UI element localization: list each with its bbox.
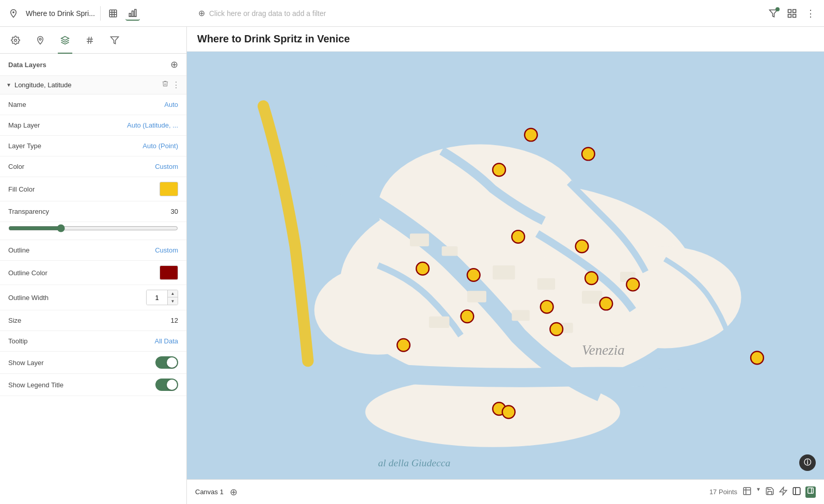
prop-size-label: Size (8, 317, 21, 324)
green-panel-icon[interactable] (805, 486, 816, 498)
svg-point-50 (541, 301, 553, 313)
svg-point-55 (502, 405, 515, 418)
main-content: Data Layers ⊕ ▼ Longitude, Latitude (0, 27, 824, 504)
tab-layers[interactable] (58, 33, 72, 48)
svg-point-39 (525, 129, 537, 141)
prop-outline-color-label: Outline Color (8, 269, 47, 277)
tab-filter[interactable] (107, 33, 122, 48)
prop-layer-type-label: Layer Type (8, 142, 41, 150)
prop-fill-color-label: Fill Color (8, 185, 35, 193)
svg-point-43 (576, 240, 589, 253)
prop-outline-color: Outline Color (0, 261, 186, 285)
svg-point-41 (493, 164, 505, 177)
svg-point-52 (397, 339, 410, 352)
layer-actions: ⋮ (162, 80, 180, 90)
layer-delete-icon[interactable] (162, 80, 169, 90)
svg-rect-33 (467, 291, 486, 302)
filter-placeholder: Click here or drag data to add a filter (209, 9, 326, 18)
svg-point-51 (550, 323, 563, 336)
add-layer-icon[interactable]: ⊕ (170, 59, 178, 70)
show-legend-title-knob (167, 380, 177, 390)
filter-add-icon: ⊕ (198, 8, 205, 18)
layer-name: Longitude, Latitude (14, 81, 162, 89)
table-view-icon[interactable] (742, 486, 752, 498)
chart-icon[interactable] (125, 6, 140, 21)
show-legend-title-toggle[interactable] (155, 379, 178, 391)
prop-name-value[interactable]: Auto (164, 101, 178, 108)
svg-rect-6 (129, 13, 131, 16)
outline-width-down[interactable]: ▼ (167, 297, 178, 305)
layer-collapse-icon[interactable]: ▼ (6, 82, 11, 88)
app-title: Where to Drink Spri... (26, 9, 95, 18)
outline-color-swatch[interactable] (160, 265, 178, 280)
layer-more-icon[interactable]: ⋮ (172, 80, 180, 90)
filter-badge-icon[interactable] (766, 6, 781, 21)
svg-line-19 (88, 37, 89, 44)
bottombar-right: 17 Points ▼ (709, 486, 816, 498)
svg-point-15 (39, 38, 41, 40)
prop-tooltip-label: Tooltip (8, 337, 28, 345)
outline-width-input[interactable]: 1 (147, 290, 167, 305)
prop-size-value: 12 (171, 317, 178, 324)
topbar-divider (100, 6, 101, 21)
sidebar-content: Data Layers ⊕ ▼ Longitude, Latitude (0, 54, 186, 504)
prop-fill-color: Fill Color (0, 177, 186, 201)
fill-color-swatch[interactable] (160, 182, 178, 196)
show-layer-toggle[interactable] (155, 356, 178, 369)
panel-toggle-icon[interactable] (792, 486, 801, 498)
tab-hash[interactable] (83, 33, 97, 48)
svg-point-40 (582, 148, 595, 161)
bottombar-actions: ▼ (742, 486, 816, 498)
outline-width-up[interactable]: ▲ (167, 290, 178, 297)
svg-rect-8 (135, 9, 136, 17)
prop-tooltip: Tooltip All Data (0, 331, 186, 352)
view-dropdown-icon[interactable]: ▼ (756, 486, 761, 498)
svg-text:Venezia: Venezia (582, 342, 625, 358)
prop-show-layer: Show Layer (0, 352, 186, 374)
svg-rect-1 (109, 10, 117, 17)
svg-point-45 (467, 269, 480, 281)
svg-rect-27 (410, 233, 429, 246)
more-menu-icon[interactable]: ⋮ (803, 6, 818, 21)
svg-point-53 (751, 352, 764, 365)
svg-rect-7 (132, 11, 133, 17)
tab-location[interactable] (33, 33, 47, 48)
grid-download-icon[interactable] (785, 6, 799, 21)
save-icon[interactable] (765, 486, 774, 498)
svg-line-20 (91, 37, 92, 44)
svg-marker-59 (780, 487, 787, 495)
svg-point-14 (14, 39, 17, 41)
prop-outline-value[interactable]: Custom (155, 246, 178, 254)
show-legend-title-toggle-container (155, 379, 178, 391)
svg-marker-16 (61, 36, 69, 40)
map-title: Where to Drink Spritz in Venice (187, 27, 824, 52)
add-canvas-icon[interactable]: ⊕ (230, 486, 237, 498)
prop-name: Name Auto (0, 94, 186, 115)
prop-map-layer-label: Map Layer (8, 121, 40, 129)
map-container[interactable]: Venezia al della Giudecca (187, 52, 824, 479)
sidebar-bottom-padding (0, 396, 186, 437)
tab-settings[interactable] (8, 33, 23, 48)
svg-rect-28 (442, 246, 458, 256)
svg-point-25 (314, 265, 442, 355)
topbar: Where to Drink Spri... ⊕ Click here or (0, 0, 824, 27)
prop-color-label: Color (8, 163, 24, 170)
filter-bar[interactable]: ⊕ Click here or drag data to add a filte… (198, 8, 760, 18)
sidebar-tabs (0, 27, 186, 54)
svg-rect-60 (793, 487, 800, 495)
svg-rect-11 (793, 9, 796, 12)
map-svg: Venezia al della Giudecca (187, 52, 824, 479)
table-icon[interactable] (106, 6, 120, 21)
prop-show-layer-label: Show Layer (8, 359, 44, 367)
prop-color-value[interactable]: Custom (155, 163, 178, 170)
svg-point-0 (12, 11, 14, 13)
info-button[interactable]: ⓘ (799, 454, 816, 471)
transparency-slider[interactable] (8, 224, 178, 232)
prop-layer-type-value[interactable]: Auto (Point) (142, 142, 178, 150)
prop-layer-type: Layer Type Auto (Point) (0, 136, 186, 156)
lightning-icon[interactable] (779, 486, 788, 498)
svg-rect-13 (793, 14, 796, 17)
prop-tooltip-value[interactable]: All Data (154, 337, 178, 345)
prop-map-layer-value[interactable]: Auto (Latitude, ... (127, 121, 178, 129)
svg-rect-36 (429, 317, 449, 328)
